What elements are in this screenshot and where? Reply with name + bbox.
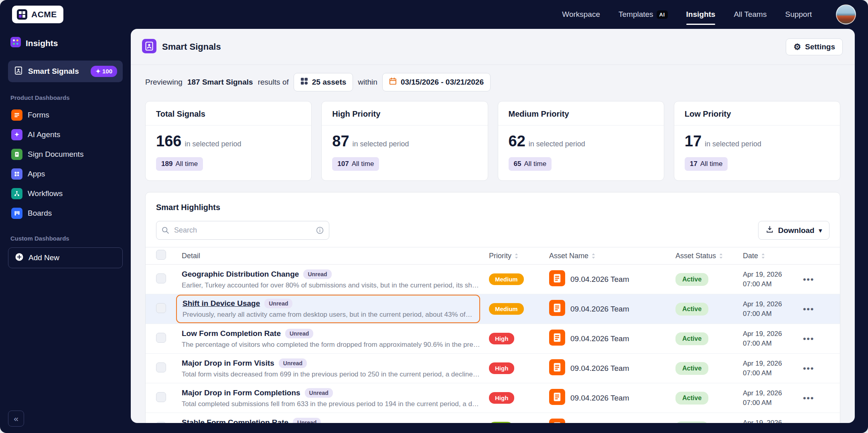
sidebar-item-smart-signals[interactable]: Smart Signals ✦ 100 bbox=[8, 61, 123, 82]
status-badge: Active bbox=[675, 362, 708, 375]
search-input[interactable] bbox=[156, 221, 329, 240]
column-date[interactable]: Date bbox=[743, 252, 803, 260]
select-all-checkbox[interactable] bbox=[156, 250, 166, 260]
signal-date: Apr 19, 202607:00 AM bbox=[743, 329, 803, 348]
plus-icon bbox=[15, 253, 24, 263]
search-field bbox=[156, 221, 329, 240]
row-actions-button[interactable]: ••• bbox=[803, 304, 814, 314]
signal-title[interactable]: Stable Form Completion Rate bbox=[182, 418, 288, 423]
column-priority[interactable]: Priority bbox=[489, 252, 549, 260]
add-new-button[interactable]: Add New bbox=[8, 247, 123, 268]
signal-subtitle: Total form visits decreased from 699 in … bbox=[182, 370, 481, 378]
preview-count: 187 Smart Signals bbox=[187, 78, 253, 87]
row-checkbox[interactable] bbox=[156, 392, 166, 402]
row-actions-button[interactable]: ••• bbox=[803, 275, 814, 284]
download-button[interactable]: Download ▾ bbox=[758, 221, 829, 240]
sidebar-title: Insights bbox=[8, 34, 123, 50]
preview-within: within bbox=[358, 78, 377, 87]
signal-subtitle: The percentage of visitors who completed… bbox=[182, 341, 481, 349]
search-icon bbox=[161, 226, 170, 236]
status-badge: Active bbox=[675, 303, 708, 316]
table-row[interactable]: Stable Form Completion RateUnread The pe… bbox=[146, 413, 840, 423]
sidebar-item-boards[interactable]: Boards bbox=[8, 203, 123, 223]
table-row[interactable]: Low Form Completion RateUnread The perce… bbox=[146, 324, 840, 354]
signal-title[interactable]: Low Form Completion Rate bbox=[182, 329, 281, 338]
table-row[interactable]: Major Drop in Form CompletionsUnread Tot… bbox=[146, 383, 840, 413]
top-navigation: Workspace TemplatesAI Insights All Teams… bbox=[562, 0, 856, 29]
page-title: Smart Signals bbox=[162, 42, 221, 52]
table-header: Detail Priority Asset Name Asset Status … bbox=[146, 247, 840, 265]
smart-highlights-panel: Smart Highlights Download ▾ bbox=[145, 192, 840, 423]
table-row[interactable]: Major Drop in Form VisitsUnread Total fo… bbox=[146, 354, 840, 383]
alltime-badge: 189All time bbox=[156, 157, 203, 171]
priority-badge: High bbox=[489, 362, 514, 374]
sort-icon bbox=[719, 253, 723, 259]
asset-name: 09.04.2026 Team bbox=[570, 364, 629, 373]
unread-badge: Unread bbox=[293, 418, 321, 423]
sort-icon bbox=[761, 253, 765, 259]
nav-all-teams[interactable]: All Teams bbox=[734, 0, 767, 29]
row-checkbox[interactable] bbox=[156, 303, 166, 313]
column-detail: Detail bbox=[182, 252, 489, 260]
form-asset-icon bbox=[549, 359, 565, 377]
nav-insights[interactable]: Insights bbox=[686, 0, 716, 29]
sidebar-item-sign-documents[interactable]: Sign Documents bbox=[8, 144, 123, 164]
apps-icon bbox=[11, 168, 22, 180]
assets-filter-button[interactable]: 25 assets bbox=[294, 73, 353, 91]
sidebar-item-apps[interactable]: Apps bbox=[8, 164, 123, 184]
row-checkbox[interactable] bbox=[156, 362, 166, 372]
unread-badge: Unread bbox=[279, 358, 307, 368]
stat-card-low-priority: Low Priority 17in selected period 17All … bbox=[674, 101, 840, 181]
row-actions-button[interactable]: ••• bbox=[803, 364, 814, 373]
signal-subtitle: Previously, nearly all activity came fro… bbox=[183, 311, 473, 319]
signal-title-link[interactable]: Shift in Device Usage bbox=[183, 299, 260, 308]
signal-title[interactable]: Major Drop in Form Visits bbox=[182, 359, 274, 368]
priority-badge: High bbox=[489, 392, 514, 404]
sidebar-item-ai-agents[interactable]: AI Agents bbox=[8, 125, 123, 144]
asset-name: 09.04.2026 Team bbox=[570, 305, 629, 314]
signal-date: Apr 19, 202607:00 AM bbox=[743, 270, 803, 289]
assets-grid-icon bbox=[300, 77, 308, 87]
acme-logo[interactable]: ACME bbox=[12, 6, 63, 23]
stat-cards-row: Total Signals 166in selected period 189A… bbox=[131, 101, 855, 181]
download-icon bbox=[766, 225, 774, 235]
table-row-selected[interactable]: Shift in Device UsageUnread Previously, … bbox=[146, 294, 840, 324]
sidebar-item-forms[interactable]: Forms bbox=[8, 105, 123, 125]
settings-button[interactable]: ⚙ Settings bbox=[786, 38, 843, 55]
user-avatar[interactable] bbox=[836, 4, 856, 24]
top-bar: ACME Workspace TemplatesAI Insights All … bbox=[0, 0, 868, 29]
alltime-badge: 65All time bbox=[509, 157, 552, 171]
nav-templates[interactable]: TemplatesAI bbox=[619, 0, 668, 29]
gear-icon: ⚙ bbox=[793, 42, 801, 52]
acme-logo-icon bbox=[17, 9, 27, 20]
date-range-button[interactable]: 03/15/2026 - 03/21/2026 bbox=[382, 73, 491, 91]
highlights-toolbar: Download ▾ bbox=[146, 212, 840, 247]
row-actions-button[interactable]: ••• bbox=[803, 423, 814, 423]
row-checkbox[interactable] bbox=[156, 333, 166, 343]
row-checkbox[interactable] bbox=[156, 422, 166, 423]
ai-agents-icon bbox=[11, 129, 22, 140]
signal-title[interactable]: Major Drop in Form Completions bbox=[182, 388, 300, 397]
row-actions-button[interactable]: ••• bbox=[803, 334, 814, 343]
table-row[interactable]: Geographic Distribution ChangeUnread Ear… bbox=[146, 265, 840, 294]
row-checkbox[interactable] bbox=[156, 273, 166, 283]
nav-support[interactable]: Support bbox=[785, 0, 812, 29]
priority-badge: High bbox=[489, 333, 514, 344]
info-icon[interactable] bbox=[316, 226, 324, 236]
workflows-icon bbox=[11, 188, 22, 199]
page-header: Smart Signals ⚙ Settings bbox=[131, 29, 855, 65]
smart-highlights-title: Smart Highlights bbox=[146, 203, 840, 212]
priority-badge: Medium bbox=[489, 273, 524, 285]
asset-name: 09.04.2026 Team bbox=[570, 334, 629, 343]
row-actions-button[interactable]: ••• bbox=[803, 393, 814, 403]
unread-badge: Unread bbox=[305, 388, 333, 398]
column-asset-status[interactable]: Asset Status bbox=[675, 252, 743, 260]
column-asset-name[interactable]: Asset Name bbox=[549, 252, 675, 260]
sidebar-collapse-button[interactable]: « bbox=[8, 411, 24, 427]
sidebar-item-workflows[interactable]: Workflows bbox=[8, 184, 123, 203]
calendar-icon bbox=[389, 77, 397, 87]
signal-title[interactable]: Geographic Distribution Change bbox=[182, 270, 299, 279]
nav-workspace[interactable]: Workspace bbox=[562, 0, 600, 29]
signal-subtitle: Earlier, Turkey accounted for over 80% o… bbox=[182, 281, 481, 289]
sort-icon bbox=[514, 253, 519, 259]
